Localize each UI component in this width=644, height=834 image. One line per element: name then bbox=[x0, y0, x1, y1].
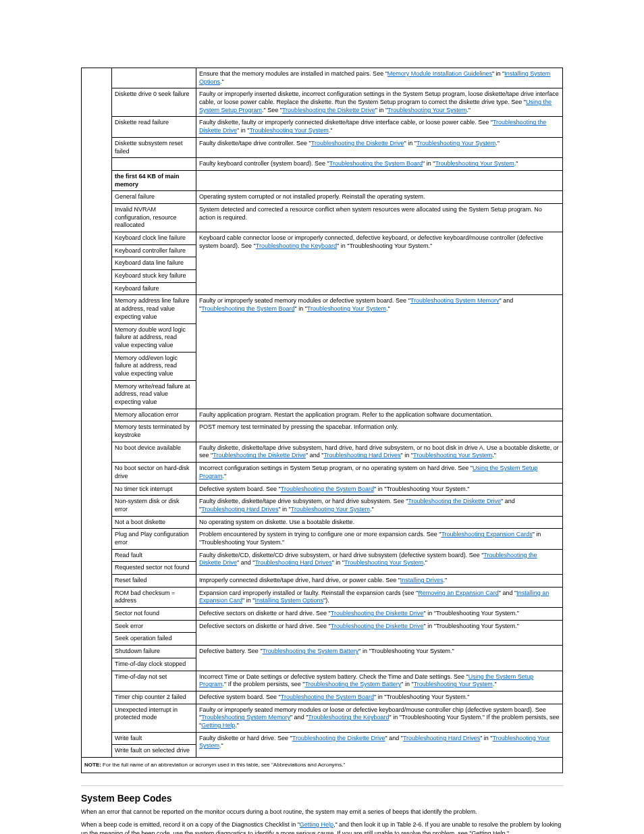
col-message: Memory odd/even logic failure at address… bbox=[112, 352, 196, 380]
table-row: Time-of-day not setIncorrect Time or Dat… bbox=[82, 671, 563, 691]
col-message: Write fault bbox=[112, 732, 196, 745]
col-cause: Defective battery. See "Troubleshooting … bbox=[196, 646, 563, 671]
col-cause: Keyboard cable connector loose or improp… bbox=[196, 232, 563, 295]
col-message: Not a boot diskette bbox=[112, 516, 196, 529]
col-cause: Faulty keyboard controller (system board… bbox=[196, 158, 563, 171]
col-cause: Defective system board. See "Troubleshoo… bbox=[196, 483, 563, 496]
doc-link[interactable]: Troubleshooting the Keyboard bbox=[308, 714, 389, 721]
col-message: Keyboard clock line failure bbox=[112, 232, 196, 245]
col-message: Keyboard stuck key failure bbox=[112, 270, 196, 283]
doc-link[interactable]: Troubleshooting Hard Drives bbox=[403, 735, 480, 741]
doc-link[interactable]: Troubleshooting Your System bbox=[413, 452, 492, 459]
col-cause: Defective system board. See "Troubleshoo… bbox=[196, 691, 563, 704]
col-message: Time-of-day not set bbox=[112, 671, 196, 691]
table-row: Shutdown failureDefective battery. See "… bbox=[82, 646, 563, 658]
doc-link[interactable]: Troubleshooting Hard Drives bbox=[323, 452, 400, 459]
col-message: Memory write/read failure at address, re… bbox=[112, 380, 196, 409]
col-message: Memory allocation error bbox=[112, 409, 196, 421]
doc-link[interactable]: Troubleshooting Your System bbox=[307, 305, 386, 312]
col-message: Seek error bbox=[112, 620, 196, 633]
doc-link[interactable]: Troubleshooting the Diskette Drive bbox=[331, 610, 424, 617]
col-cause: No operating system on diskette. Use a b… bbox=[196, 516, 563, 529]
doc-link[interactable]: Troubleshooting the System Board bbox=[281, 486, 374, 492]
doc-link[interactable]: Installing System Options bbox=[254, 597, 323, 604]
doc-link[interactable]: Troubleshooting Your System bbox=[387, 107, 466, 113]
doc-link[interactable]: Troubleshooting the Diskette Drive bbox=[311, 140, 404, 147]
col-cause: Improperly connected diskette/tape drive… bbox=[196, 575, 563, 588]
col-message: Requested sector not found bbox=[112, 562, 196, 575]
doc-link[interactable]: Troubleshooting the Diskette Drive bbox=[408, 498, 501, 504]
table-row: Non-system disk or disk errorFaulty disk… bbox=[82, 496, 563, 516]
doc-link[interactable]: Troubleshooting Expansion Cards bbox=[441, 531, 532, 538]
col-cause: Faulty diskette or hard drive. See "Trou… bbox=[196, 732, 563, 757]
col-cause bbox=[196, 170, 563, 190]
doc-link[interactable]: Troubleshooting the Diskette Drive bbox=[213, 452, 306, 459]
doc-link[interactable]: Troubleshooting Your System bbox=[249, 127, 328, 134]
doc-link[interactable]: Using the System Setup Program bbox=[199, 99, 552, 113]
col-cause: Faulty diskette, diskette/tape drive sub… bbox=[196, 442, 563, 462]
doc-link[interactable]: Troubleshooting System Memory bbox=[201, 714, 290, 721]
col-message: Reset failed bbox=[112, 575, 196, 588]
col-message: Shutdown failure bbox=[112, 646, 196, 658]
doc-link[interactable]: Troubleshooting Your System bbox=[291, 506, 370, 513]
page: Ensure that the memory modules are insta… bbox=[0, 0, 644, 834]
divider bbox=[81, 785, 563, 786]
table-row: Diskette subsystem reset failedFaulty di… bbox=[82, 137, 563, 157]
col-cause: Faulty diskette, faulty or improperly co… bbox=[196, 117, 563, 137]
table-row: Unexpected interrupt in protected modeFa… bbox=[82, 704, 563, 732]
doc-link[interactable]: Troubleshooting Your System bbox=[417, 140, 495, 147]
col-cause: Incorrect Time or Date settings or defec… bbox=[196, 671, 563, 691]
table-row: Read faultFaulty diskette/CD, diskette/C… bbox=[82, 549, 563, 562]
getting-help-link[interactable]: Getting Help bbox=[300, 821, 333, 828]
col-message: Memory tests terminated by keystroke bbox=[112, 421, 196, 442]
doc-link[interactable]: Troubleshooting the Keyboard bbox=[256, 242, 337, 249]
table-row: Write faultFaulty diskette or hard drive… bbox=[82, 732, 563, 745]
doc-link[interactable]: Using the System Setup Program bbox=[199, 465, 537, 479]
doc-link[interactable]: Troubleshooting the Diskette Drive bbox=[282, 107, 375, 113]
col-message: Plug and Play configuration error bbox=[112, 529, 196, 549]
doc-link[interactable]: Removing an Expansion Card bbox=[418, 590, 499, 596]
col-message: ROM bad checksum = address bbox=[112, 587, 196, 607]
col-message: Diskette subsystem reset failed bbox=[112, 137, 196, 157]
col-message: No boot sector on hard-disk drive bbox=[112, 463, 196, 483]
col-message: Memory double word logic failure at addr… bbox=[112, 323, 196, 352]
col-message: Sector not found bbox=[112, 608, 196, 621]
table-row: Diskette drive 0 seek failureFaulty or i… bbox=[82, 88, 563, 117]
doc-link[interactable]: Troubleshooting Your System bbox=[435, 160, 514, 167]
doc-link[interactable]: Memory Module Installation Guidelines bbox=[387, 70, 492, 77]
col-code bbox=[82, 68, 112, 758]
doc-link[interactable]: Installing System Options bbox=[199, 70, 550, 85]
doc-link[interactable]: Troubleshooting Your System bbox=[344, 559, 423, 566]
col-message: Time-of-day clock stopped bbox=[112, 658, 196, 671]
col-cause: System detected and corrected a resource… bbox=[196, 203, 563, 232]
doc-link[interactable]: Getting Help bbox=[201, 722, 235, 729]
table-row: No boot sector on hard-disk driveIncorre… bbox=[82, 463, 563, 483]
col-cause: Faulty application program. Restart the … bbox=[196, 409, 563, 421]
col-message: Non-system disk or disk error bbox=[112, 496, 196, 516]
doc-link[interactable]: Troubleshooting the System Battery bbox=[263, 648, 359, 654]
doc-link[interactable]: Troubleshooting Hard Drives bbox=[201, 506, 278, 513]
doc-link[interactable]: Troubleshooting the Diskette Drive bbox=[292, 735, 385, 741]
doc-link[interactable]: Troubleshooting the System Board bbox=[201, 305, 294, 312]
col-message bbox=[112, 158, 196, 171]
messages-table: Ensure that the memory modules are insta… bbox=[81, 68, 563, 773]
doc-link[interactable]: Troubleshooting the Diskette Drive bbox=[331, 623, 424, 629]
doc-link[interactable]: Troubleshooting the System Board bbox=[329, 160, 423, 167]
doc-link[interactable]: Troubleshooting Hard Drives bbox=[254, 559, 331, 566]
doc-link[interactable]: Troubleshooting the System Battery bbox=[304, 681, 401, 687]
col-cause: Problem encountered by system in trying … bbox=[196, 529, 563, 549]
table-row: Not a boot disketteNo operating system o… bbox=[82, 516, 563, 529]
table-row: Invalid NVRAM configuration, resource re… bbox=[82, 203, 563, 232]
col-cause: Expansion card improperly installed or f… bbox=[196, 587, 563, 607]
col-cause: Incorrect configuration settings in Syst… bbox=[196, 463, 563, 483]
doc-link[interactable]: Troubleshooting System Memory bbox=[410, 297, 500, 304]
col-cause: Faulty or improperly inserted diskette, … bbox=[196, 88, 563, 117]
col-message: Diskette drive 0 seek failure bbox=[112, 88, 196, 117]
section-paragraph-2: When a beep code is emitted, record it o… bbox=[81, 820, 563, 834]
col-cause: Defective sectors on diskette or hard dr… bbox=[196, 620, 563, 645]
doc-link[interactable]: Troubleshooting the System Board bbox=[281, 694, 374, 700]
col-cause: Operating system corrupted or not instal… bbox=[196, 191, 563, 204]
doc-link[interactable]: Installing Drives bbox=[400, 577, 444, 583]
doc-link[interactable]: Troubleshooting Your System bbox=[414, 681, 493, 687]
table-row: Sector not foundDefective sectors on dis… bbox=[82, 608, 563, 621]
